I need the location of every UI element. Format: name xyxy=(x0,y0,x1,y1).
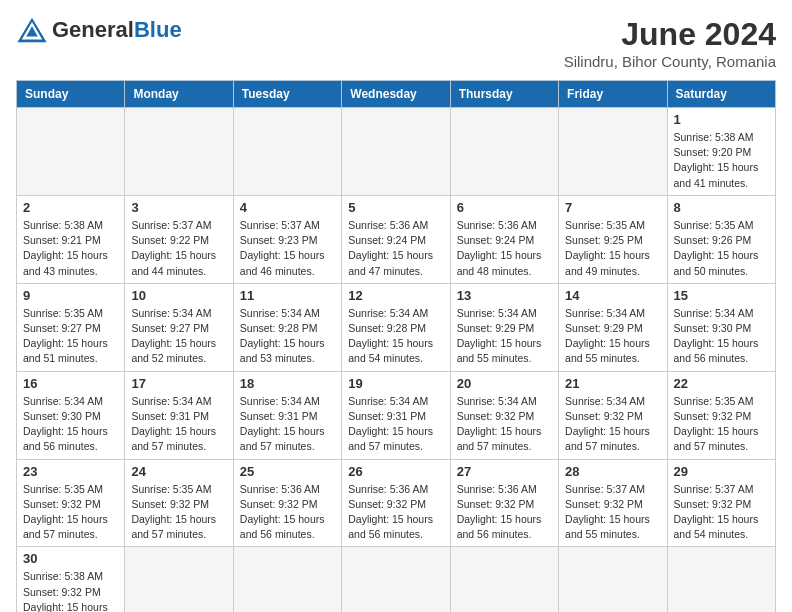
day-number: 13 xyxy=(457,288,552,303)
day-info: Sunrise: 5:38 AM Sunset: 9:21 PM Dayligh… xyxy=(23,218,118,279)
weekday-header-sunday: Sunday xyxy=(17,81,125,108)
calendar-cell: 2Sunrise: 5:38 AM Sunset: 9:21 PM Daylig… xyxy=(17,195,125,283)
day-info: Sunrise: 5:35 AM Sunset: 9:25 PM Dayligh… xyxy=(565,218,660,279)
day-number: 11 xyxy=(240,288,335,303)
calendar-cell xyxy=(125,547,233,612)
day-info: Sunrise: 5:35 AM Sunset: 9:26 PM Dayligh… xyxy=(674,218,769,279)
day-number: 20 xyxy=(457,376,552,391)
calendar-cell xyxy=(342,547,450,612)
calendar-cell: 19Sunrise: 5:34 AM Sunset: 9:31 PM Dayli… xyxy=(342,371,450,459)
weekday-header-thursday: Thursday xyxy=(450,81,558,108)
day-number: 10 xyxy=(131,288,226,303)
calendar-cell: 18Sunrise: 5:34 AM Sunset: 9:31 PM Dayli… xyxy=(233,371,341,459)
calendar-cell xyxy=(233,108,341,196)
calendar-week-row: 30Sunrise: 5:38 AM Sunset: 9:32 PM Dayli… xyxy=(17,547,776,612)
calendar-cell: 11Sunrise: 5:34 AM Sunset: 9:28 PM Dayli… xyxy=(233,283,341,371)
day-info: Sunrise: 5:36 AM Sunset: 9:32 PM Dayligh… xyxy=(348,482,443,543)
weekday-header-friday: Friday xyxy=(559,81,667,108)
calendar-cell: 4Sunrise: 5:37 AM Sunset: 9:23 PM Daylig… xyxy=(233,195,341,283)
day-number: 18 xyxy=(240,376,335,391)
calendar-cell: 29Sunrise: 5:37 AM Sunset: 9:32 PM Dayli… xyxy=(667,459,775,547)
day-info: Sunrise: 5:34 AM Sunset: 9:29 PM Dayligh… xyxy=(565,306,660,367)
location-subtitle: Silindru, Bihor County, Romania xyxy=(564,53,776,70)
day-info: Sunrise: 5:36 AM Sunset: 9:32 PM Dayligh… xyxy=(240,482,335,543)
day-number: 29 xyxy=(674,464,769,479)
day-info: Sunrise: 5:37 AM Sunset: 9:23 PM Dayligh… xyxy=(240,218,335,279)
calendar-cell xyxy=(559,108,667,196)
day-info: Sunrise: 5:34 AM Sunset: 9:27 PM Dayligh… xyxy=(131,306,226,367)
calendar-week-row: 9Sunrise: 5:35 AM Sunset: 9:27 PM Daylig… xyxy=(17,283,776,371)
calendar-cell: 12Sunrise: 5:34 AM Sunset: 9:28 PM Dayli… xyxy=(342,283,450,371)
day-info: Sunrise: 5:35 AM Sunset: 9:32 PM Dayligh… xyxy=(131,482,226,543)
day-info: Sunrise: 5:37 AM Sunset: 9:22 PM Dayligh… xyxy=(131,218,226,279)
day-number: 16 xyxy=(23,376,118,391)
day-info: Sunrise: 5:38 AM Sunset: 9:32 PM Dayligh… xyxy=(23,569,118,612)
weekday-header-wednesday: Wednesday xyxy=(342,81,450,108)
day-number: 27 xyxy=(457,464,552,479)
day-number: 26 xyxy=(348,464,443,479)
day-info: Sunrise: 5:34 AM Sunset: 9:32 PM Dayligh… xyxy=(565,394,660,455)
day-number: 17 xyxy=(131,376,226,391)
calendar-cell: 14Sunrise: 5:34 AM Sunset: 9:29 PM Dayli… xyxy=(559,283,667,371)
calendar-week-row: 16Sunrise: 5:34 AM Sunset: 9:30 PM Dayli… xyxy=(17,371,776,459)
calendar-cell: 15Sunrise: 5:34 AM Sunset: 9:30 PM Dayli… xyxy=(667,283,775,371)
calendar-cell xyxy=(125,108,233,196)
calendar-cell: 20Sunrise: 5:34 AM Sunset: 9:32 PM Dayli… xyxy=(450,371,558,459)
month-year-title: June 2024 xyxy=(564,16,776,53)
weekday-header-monday: Monday xyxy=(125,81,233,108)
calendar-cell xyxy=(233,547,341,612)
day-number: 19 xyxy=(348,376,443,391)
calendar-cell: 26Sunrise: 5:36 AM Sunset: 9:32 PM Dayli… xyxy=(342,459,450,547)
calendar-cell xyxy=(450,547,558,612)
calendar-cell: 3Sunrise: 5:37 AM Sunset: 9:22 PM Daylig… xyxy=(125,195,233,283)
day-number: 3 xyxy=(131,200,226,215)
day-number: 6 xyxy=(457,200,552,215)
day-number: 4 xyxy=(240,200,335,215)
calendar-cell xyxy=(342,108,450,196)
weekday-header-tuesday: Tuesday xyxy=(233,81,341,108)
calendar-cell: 9Sunrise: 5:35 AM Sunset: 9:27 PM Daylig… xyxy=(17,283,125,371)
day-info: Sunrise: 5:34 AM Sunset: 9:32 PM Dayligh… xyxy=(457,394,552,455)
day-number: 14 xyxy=(565,288,660,303)
day-info: Sunrise: 5:36 AM Sunset: 9:24 PM Dayligh… xyxy=(348,218,443,279)
day-info: Sunrise: 5:34 AM Sunset: 9:30 PM Dayligh… xyxy=(674,306,769,367)
calendar-cell: 16Sunrise: 5:34 AM Sunset: 9:30 PM Dayli… xyxy=(17,371,125,459)
day-number: 7 xyxy=(565,200,660,215)
day-info: Sunrise: 5:37 AM Sunset: 9:32 PM Dayligh… xyxy=(674,482,769,543)
calendar-cell: 17Sunrise: 5:34 AM Sunset: 9:31 PM Dayli… xyxy=(125,371,233,459)
calendar-cell: 27Sunrise: 5:36 AM Sunset: 9:32 PM Dayli… xyxy=(450,459,558,547)
calendar-table: SundayMondayTuesdayWednesdayThursdayFrid… xyxy=(16,80,776,612)
day-number: 23 xyxy=(23,464,118,479)
page-header: GeneralBlue June 2024 Silindru, Bihor Co… xyxy=(16,16,776,70)
generalblue-icon xyxy=(16,16,48,44)
day-number: 24 xyxy=(131,464,226,479)
day-info: Sunrise: 5:34 AM Sunset: 9:31 PM Dayligh… xyxy=(240,394,335,455)
day-info: Sunrise: 5:37 AM Sunset: 9:32 PM Dayligh… xyxy=(565,482,660,543)
calendar-cell: 28Sunrise: 5:37 AM Sunset: 9:32 PM Dayli… xyxy=(559,459,667,547)
day-number: 21 xyxy=(565,376,660,391)
logo: GeneralBlue xyxy=(16,16,182,44)
calendar-cell: 24Sunrise: 5:35 AM Sunset: 9:32 PM Dayli… xyxy=(125,459,233,547)
calendar-cell: 22Sunrise: 5:35 AM Sunset: 9:32 PM Dayli… xyxy=(667,371,775,459)
calendar-week-row: 23Sunrise: 5:35 AM Sunset: 9:32 PM Dayli… xyxy=(17,459,776,547)
day-number: 22 xyxy=(674,376,769,391)
calendar-cell: 13Sunrise: 5:34 AM Sunset: 9:29 PM Dayli… xyxy=(450,283,558,371)
calendar-cell: 8Sunrise: 5:35 AM Sunset: 9:26 PM Daylig… xyxy=(667,195,775,283)
day-info: Sunrise: 5:34 AM Sunset: 9:28 PM Dayligh… xyxy=(348,306,443,367)
logo-text: GeneralBlue xyxy=(52,17,182,43)
calendar-cell xyxy=(450,108,558,196)
day-info: Sunrise: 5:36 AM Sunset: 9:24 PM Dayligh… xyxy=(457,218,552,279)
day-number: 28 xyxy=(565,464,660,479)
calendar-cell: 6Sunrise: 5:36 AM Sunset: 9:24 PM Daylig… xyxy=(450,195,558,283)
day-info: Sunrise: 5:34 AM Sunset: 9:31 PM Dayligh… xyxy=(348,394,443,455)
day-number: 30 xyxy=(23,551,118,566)
day-number: 15 xyxy=(674,288,769,303)
day-number: 9 xyxy=(23,288,118,303)
calendar-cell xyxy=(559,547,667,612)
day-info: Sunrise: 5:35 AM Sunset: 9:32 PM Dayligh… xyxy=(23,482,118,543)
day-number: 1 xyxy=(674,112,769,127)
day-info: Sunrise: 5:35 AM Sunset: 9:27 PM Dayligh… xyxy=(23,306,118,367)
day-info: Sunrise: 5:35 AM Sunset: 9:32 PM Dayligh… xyxy=(674,394,769,455)
calendar-cell: 30Sunrise: 5:38 AM Sunset: 9:32 PM Dayli… xyxy=(17,547,125,612)
weekday-header-saturday: Saturday xyxy=(667,81,775,108)
